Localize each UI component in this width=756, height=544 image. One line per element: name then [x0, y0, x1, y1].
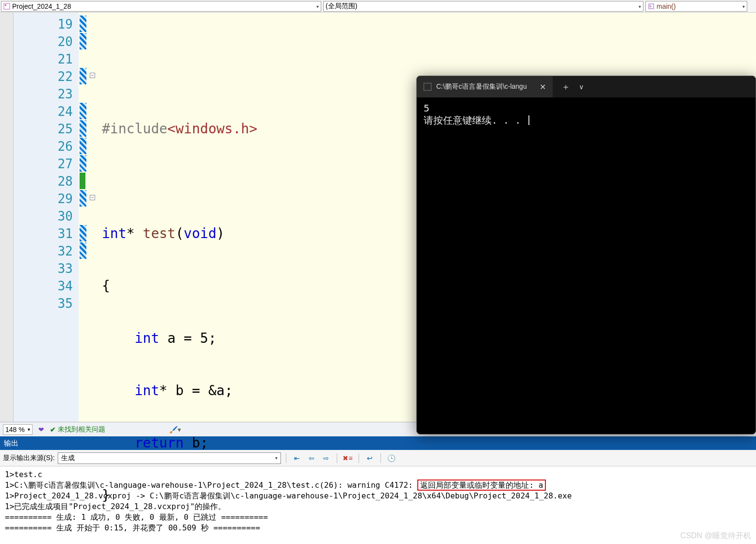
scope-text: (全局范围): [326, 2, 357, 11]
console-line: 5: [424, 102, 429, 114]
navigation-bar: Project_2024_1_28 ▾ (全局范围) ▾ main() ▾: [0, 0, 756, 13]
code-line: }: [79, 487, 756, 504]
console-titlebar[interactable]: C:\鹏哥c语言暑假集训\c-langu ✕ ＋ ∨: [417, 76, 756, 97]
function-icon: [648, 3, 655, 10]
line-number: 26: [14, 138, 73, 155]
tab-menu-button[interactable]: ∨: [579, 83, 584, 91]
line-number: 35: [14, 295, 73, 312]
terminal-icon: [424, 83, 431, 91]
zoom-value: 148 %: [5, 426, 25, 433]
checkmark-icon: ✔: [50, 426, 56, 433]
chevron-down-icon: ▾: [316, 4, 319, 9]
line-number: 23: [14, 85, 73, 103]
function-name: main(): [657, 2, 676, 10]
line-number: 29: [14, 190, 73, 208]
line-number: 25: [14, 120, 73, 138]
console-window: C:\鹏哥c语言暑假集训\c-langu ✕ ＋ ∨ 5 请按任意键继续. . …: [416, 76, 756, 434]
scope-selector[interactable]: (全局范围) ▾: [323, 1, 643, 12]
svg-rect-0: [4, 3, 10, 9]
change-marker-column: − −: [79, 13, 88, 422]
zoom-selector[interactable]: 148 % ▾: [3, 424, 33, 435]
cursor: [528, 115, 529, 125]
line-number-gutter: 19 20 21 22 23 24 25 26 27 28 29 30 31 3…: [14, 13, 79, 422]
output-from-label: 显示输出来源(S):: [3, 454, 55, 463]
chevron-down-icon: ▾: [28, 427, 30, 432]
watermark: CSDN @睡觉待开机: [680, 531, 751, 541]
fold-toggle[interactable]: −: [90, 73, 95, 78]
line-number: 30: [14, 208, 73, 225]
project-name: Project_2024_1_28: [12, 2, 71, 10]
line-number: 21: [14, 50, 73, 68]
close-icon[interactable]: ✕: [540, 82, 546, 92]
line-number: 19: [14, 16, 73, 33]
console-title: C:\鹏哥c语言暑假集训\c-langu: [436, 82, 535, 91]
console-body[interactable]: 5 请按任意键继续. . .: [417, 97, 756, 434]
chevron-down-icon: ▾: [742, 4, 745, 9]
console-line: 请按任意键继续. . .: [424, 114, 526, 126]
project-selector[interactable]: Project_2024_1_28 ▾: [1, 1, 321, 12]
output-source: 生成: [61, 454, 75, 463]
output-title: 输出: [4, 439, 18, 448]
line-number: 32: [14, 242, 73, 260]
project-icon: [3, 3, 10, 10]
line-number: 20: [14, 33, 73, 50]
fold-toggle[interactable]: −: [90, 195, 95, 200]
output-line: 1>test.c: [5, 470, 42, 479]
line-number: 28: [14, 173, 73, 190]
line-number: 31: [14, 225, 73, 242]
line-number: 22: [14, 68, 73, 85]
line-number: 33: [14, 260, 73, 277]
health-icon[interactable]: ❤: [38, 426, 44, 433]
console-actions: ＋ ∨: [553, 81, 592, 93]
code-line: return b;: [79, 434, 756, 452]
console-tab[interactable]: C:\鹏哥c语言暑假集训\c-langu ✕: [417, 76, 553, 97]
code-line: [79, 539, 756, 544]
line-number: 27: [14, 155, 73, 173]
left-margin: [0, 13, 14, 422]
chevron-down-icon: ▾: [639, 4, 641, 9]
svg-rect-1: [5, 4, 6, 6]
function-selector[interactable]: main() ▾: [645, 1, 747, 12]
new-tab-button[interactable]: ＋: [561, 81, 570, 93]
line-number: 34: [14, 277, 73, 295]
line-number: 24: [14, 103, 73, 120]
